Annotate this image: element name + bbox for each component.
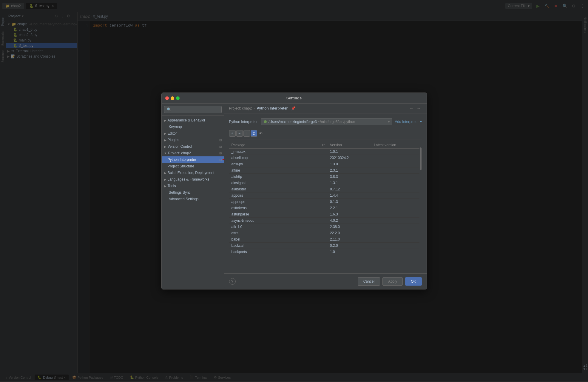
settings-overlay: Settings ▶ Appearance & Behavior Keymap (0, 0, 588, 382)
interpreter-row: Python Interpreter: /Users/mazhenxing/mi… (229, 118, 422, 125)
help-button[interactable]: ? (229, 278, 236, 285)
collapse-icon: ▶ (164, 178, 166, 181)
package-table: Package ⟳ Version Latest version _r-mute… (229, 142, 422, 255)
pkg-name: async-timeout (229, 218, 328, 224)
pkg-name: atk-1.0 (229, 224, 328, 230)
add-package-button[interactable]: + (229, 130, 236, 137)
pkg-latest (371, 230, 422, 236)
item-label: Python Interpreter (168, 158, 196, 162)
breadcrumb-nav: ← → (409, 106, 422, 111)
minimize-button[interactable] (171, 96, 174, 100)
pkg-latest (371, 249, 422, 255)
pkg-version: 0.1.3 (328, 199, 371, 205)
pkg-latest (371, 218, 422, 224)
collapse-icon: ▶ (164, 138, 166, 142)
settings-item-editor[interactable]: ▶ Editor (162, 130, 224, 137)
settings-item-project[interactable]: ▼ Project: chap2 ⊟ (162, 150, 224, 156)
pkg-version: 0.2.0 (328, 243, 371, 249)
up-package-button[interactable]: ↑ (243, 130, 250, 137)
maximize-button[interactable] (176, 96, 180, 100)
dialog-title: Settings (286, 96, 302, 100)
pkg-version: 2.2.1 (328, 205, 371, 211)
pkg-version: 1.4.4 (328, 192, 371, 199)
pkg-name: asttokens (229, 205, 328, 211)
settings-item-project-structure[interactable]: Project Structure (162, 163, 224, 170)
settings-search-input[interactable] (164, 106, 222, 113)
breadcrumb-sep: › (254, 106, 255, 110)
item-label: Keymap (169, 125, 182, 129)
eye-packages-button[interactable]: 👁 (258, 130, 264, 137)
pkg-name: abseil-cpp (229, 155, 328, 161)
settings-item-tools[interactable]: ▶ Tools (162, 183, 224, 189)
settings-breadcrumb: Project: chap2 › Python Interpreter 📌 ← … (224, 104, 427, 113)
settings-item-languages[interactable]: ▶ Languages & Frameworks (162, 176, 224, 183)
table-row: _r-mutex1.0.1 (229, 149, 422, 155)
interpreter-select-dropdown[interactable]: /Users/mazhenxing/miniforge3 ~/miniforge… (261, 118, 393, 125)
item-label: Tools (168, 184, 176, 188)
add-interpreter-button[interactable]: Add Interpreter ▾ (395, 120, 422, 124)
pkg-latest (371, 155, 422, 161)
refresh-packages-button[interactable]: ⊙ (251, 130, 257, 137)
pkg-name: backports.functools_lru_cache (229, 255, 328, 255)
pkg-version: 22.2.0 (328, 230, 371, 236)
ok-button[interactable]: OK (405, 277, 422, 286)
table-row: aiohttp3.8.3 (229, 174, 422, 180)
nav-prev-button[interactable]: ← (409, 106, 415, 111)
pin-icon: 📌 (291, 106, 296, 110)
settings-item-python-interpreter[interactable]: Python Interpreter ⊟ (162, 156, 224, 163)
pkg-version: 2.11.0 (328, 236, 371, 243)
table-row: astunparse1.6.3 (229, 211, 422, 218)
pkg-name: attrs (229, 230, 328, 236)
table-row: appnope0.1.3 (229, 199, 422, 205)
dialog-titlebar: Settings (162, 93, 427, 104)
settings-tree: ▶ Appearance & Behavior Keymap ▶ Editor … (162, 116, 224, 289)
pkg-name: appdirs (229, 192, 328, 199)
pkg-latest (371, 224, 422, 230)
table-row: backcall0.2.0 (229, 243, 422, 249)
dialog-body: ▶ Appearance & Behavior Keymap ▶ Editor … (162, 104, 427, 289)
table-row: atk-1.02.38.0 (229, 224, 422, 230)
pkg-name: aiosignal (229, 180, 328, 186)
settings-item-advanced[interactable]: Advanced Settings (162, 196, 224, 202)
nav-next-button[interactable]: → (416, 106, 422, 111)
close-button[interactable] (165, 96, 169, 100)
remove-package-button[interactable]: − (236, 130, 243, 137)
table-row: attrs22.2.0 (229, 230, 422, 236)
collapse-icon: ▶ (164, 184, 166, 188)
settings-item-vc[interactable]: ▶ Version Control ⊟ (162, 143, 224, 150)
pkg-latest (371, 205, 422, 211)
table-row: alabaster0.7.12 (229, 186, 422, 192)
pkg-latest (371, 255, 422, 255)
scrollbar-thumb[interactable] (420, 147, 422, 170)
dialog-footer: ? Cancel Apply OK (224, 273, 427, 289)
apply-button[interactable]: Apply (382, 277, 403, 286)
interpreter-status-dot (264, 120, 267, 123)
item-label: Advanced Settings (169, 197, 199, 201)
item-label: Settings Sync (169, 190, 191, 195)
table-row: aiosignal1.3.1 (229, 180, 422, 186)
package-toolbar: + − ↑ ⊙ 👁 (229, 130, 422, 139)
item-label: Build, Execution, Deployment (168, 171, 214, 175)
limit-icon: ⊟ (219, 145, 222, 148)
table-row: asttokens2.2.1 (229, 205, 422, 211)
col-header-package: Package ⟳ (229, 142, 328, 149)
settings-item-appearance[interactable]: ▶ Appearance & Behavior (162, 117, 224, 124)
settings-left-panel: ▶ Appearance & Behavior Keymap ▶ Editor … (162, 104, 224, 289)
settings-item-keymap[interactable]: Keymap (162, 124, 224, 130)
table-row: backports1.0 (229, 249, 422, 255)
item-label: Version Control (168, 144, 192, 149)
package-table-wrapper: Package ⟳ Version Latest version _r-mute… (229, 142, 422, 255)
item-label: Project: chap2 (168, 151, 191, 155)
pkg-latest (371, 243, 422, 249)
settings-item-plugins[interactable]: ▶ Plugins ⊟ (162, 137, 224, 143)
cancel-button[interactable]: Cancel (358, 277, 380, 286)
table-row: babel2.11.0 (229, 236, 422, 243)
item-label: Editor (168, 131, 177, 135)
settings-item-build[interactable]: ▶ Build, Execution, Deployment (162, 170, 224, 176)
settings-item-sync[interactable]: Settings Sync (162, 189, 224, 196)
collapse-icon: ▶ (164, 145, 166, 148)
pkg-version: 1.6.3 (328, 211, 371, 218)
collapse-icon: ▶ (164, 132, 166, 135)
pkg-version: 3.8.3 (328, 174, 371, 180)
scrollbar-track[interactable] (419, 142, 422, 255)
